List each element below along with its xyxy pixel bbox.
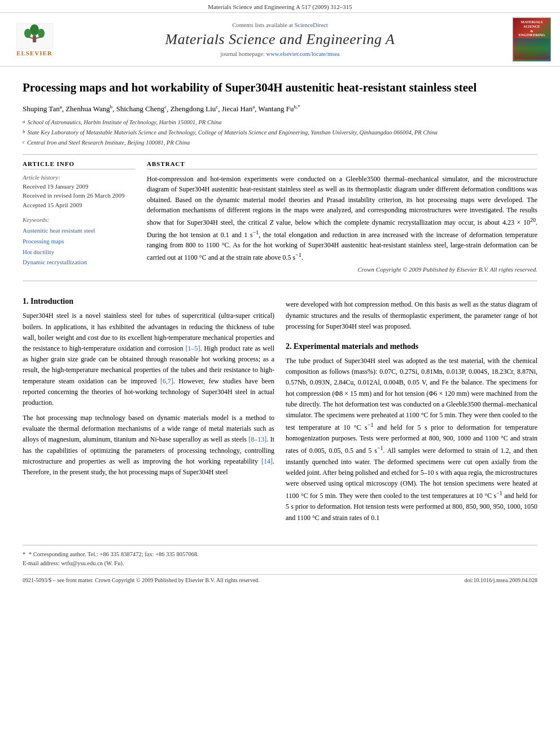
accepted-date: Accepted 15 April 2009 <box>23 200 135 210</box>
journal-info-center: Contents lists available at ScienceDirec… <box>60 22 500 56</box>
contents-available-text: Contents lists available at ScienceDirec… <box>60 22 500 28</box>
journal-cover-area: MATERIALS SCIENCE & ENGINEERING <box>500 18 551 62</box>
elsevier-tree-icon <box>16 23 53 49</box>
elsevier-wordmark: ELSEVIER <box>16 50 53 56</box>
body-col-right: were developed with hot compression meth… <box>286 287 537 527</box>
journal-header: ELSEVIER Contents lists available at Sci… <box>0 13 560 67</box>
authors-text: Shuping Tana, Zhenhua Wangb, Shichang Ch… <box>23 104 300 113</box>
keyword-4: Dynamic recrystallization <box>23 257 135 268</box>
section-1: 1. Introduction Super304H steel is a nov… <box>23 297 274 478</box>
section-1-para-2: The hot processing map technology based … <box>23 413 274 478</box>
received-date: Received 19 January 2009 <box>23 182 135 191</box>
affiliations-block: a School of Astronautics, Harbin Institu… <box>23 118 537 147</box>
journal-homepage-link[interactable]: www.elsevier.com/locate/msea <box>266 51 340 57</box>
revised-date: Received in revised form 26 March 2009 <box>23 191 135 200</box>
footnote-email: E-mail address: wtfu@ysu.edu.cn (W. Fu). <box>23 559 537 568</box>
doi-line: doi:10.1016/j.msea.2009.04.028 <box>465 577 537 583</box>
affil-sup-c: c <box>23 138 25 147</box>
history-label: Article history: <box>23 174 135 181</box>
cover-title-text: MATERIALS SCIENCE & ENGINEERING <box>519 20 545 37</box>
svg-point-2 <box>24 29 31 38</box>
section-2: 2. Experimental materials and methods Th… <box>286 342 537 523</box>
keywords-block: Keywords: Austenitic heat resistant stee… <box>23 216 135 268</box>
body-content-row: 1. Introduction Super304H steel is a nov… <box>23 287 537 527</box>
article-title: Processing maps and hot workability of S… <box>23 80 537 95</box>
section-1-heading: 1. Introduction <box>23 297 274 306</box>
affiliation-a: a School of Astronautics, Harbin Institu… <box>23 118 537 127</box>
elsevier-logo-area: ELSEVIER <box>9 23 60 56</box>
ref-6-7: [6,7] <box>160 377 173 385</box>
footnote-corresponding: * * Corresponding author. Tel.: +86 335 … <box>23 550 537 559</box>
ref-14: [14] <box>261 457 273 465</box>
affil-text-c: Central Iron and Steel Research Institut… <box>27 138 190 147</box>
svg-point-1 <box>30 24 39 36</box>
affil-sup-a: a <box>23 118 25 127</box>
section-1-para-1: Super304H steel is a novel stainless ste… <box>23 311 274 408</box>
authors-line: Shuping Tana, Zhenhua Wangb, Shichang Ch… <box>23 102 537 115</box>
affiliation-b: b State Key Laboratory of Metastable Mat… <box>23 128 537 137</box>
keywords-label: Keywords: <box>23 216 135 223</box>
svg-point-3 <box>38 29 45 38</box>
abstract-label: ABSTRACT <box>147 160 537 169</box>
divider-affiliations <box>23 154 537 155</box>
bottom-bar: 0921-5093/$ – see front matter. Crown Co… <box>23 574 537 583</box>
article-info-label: ARTICLE INFO <box>23 160 135 169</box>
section-2-heading: 2. Experimental materials and methods <box>286 342 537 351</box>
star-icon: * <box>23 551 25 557</box>
copyright-line: Crown Copyright © 2009 Published by Else… <box>147 266 537 273</box>
footnotes-section: * * Corresponding author. Tel.: +86 335 … <box>23 545 537 568</box>
sciencedirect-link[interactable]: ScienceDirect <box>295 22 328 28</box>
page-wrapper: Materials Science and Engineering A 517 … <box>0 0 560 595</box>
section-1-para-3: were developed with hot compression meth… <box>286 299 537 332</box>
journal-cover-image: MATERIALS SCIENCE & ENGINEERING <box>513 18 551 62</box>
ref-1-5: [1–5] <box>186 344 200 352</box>
ref-8-13: [8–13] <box>248 435 266 443</box>
body-col-left: 1. Introduction Super304H steel is a nov… <box>23 287 274 527</box>
elsevier-logo: ELSEVIER <box>9 23 60 56</box>
abstract-column: ABSTRACT Hot-compression and hot-tension… <box>147 160 537 273</box>
main-content: Processing maps and hot workability of S… <box>0 67 560 595</box>
abstract-text: Hot-compression and hot-tension experime… <box>147 174 537 263</box>
affil-text-a: School of Astronautics, Harbin Institute… <box>28 118 222 127</box>
issn-line: 0921-5093/$ – see front matter. Crown Co… <box>23 577 260 583</box>
article-history: Article history: Received 19 January 200… <box>23 174 135 210</box>
journal-homepage: journal homepage: www.elsevier.com/locat… <box>60 51 500 57</box>
history-group: Article history: Received 19 January 200… <box>23 174 135 210</box>
affiliation-c: c Central Iron and Steel Research Instit… <box>23 138 537 147</box>
keyword-2: Processing maps <box>23 236 135 247</box>
affil-sup-b: b <box>23 128 25 137</box>
section-2-para-1: The tube product of Super304H steel was … <box>286 356 537 523</box>
keyword-3: Hot ductility <box>23 247 135 257</box>
divider-abstract <box>23 281 537 281</box>
keyword-1: Austenitic heat resistant steel <box>23 225 135 236</box>
article-info-column: ARTICLE INFO Article history: Received 1… <box>23 160 135 273</box>
section-1-continued: were developed with hot compression meth… <box>286 299 537 332</box>
article-info-abstract-row: ARTICLE INFO Article history: Received 1… <box>23 160 537 273</box>
affil-text-b: State Key Laboratory of Metastable Mater… <box>28 128 438 137</box>
journal-title: Materials Science and Engineering A <box>60 30 500 48</box>
journal-citation: Materials Science and Engineering A 517 … <box>0 0 560 13</box>
